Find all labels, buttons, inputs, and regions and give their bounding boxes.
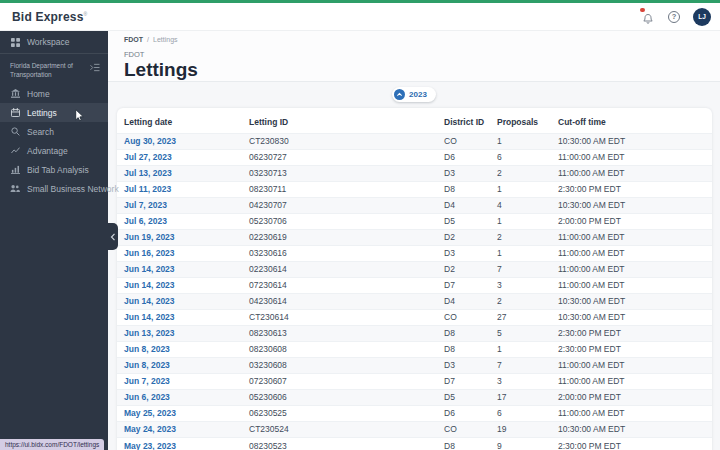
letting-date-link[interactable]: May 25, 2023	[124, 408, 176, 418]
cutoff-time-cell: 11:00:00 AM EDT	[551, 245, 712, 261]
sidebar-item-workspace[interactable]: Workspace	[0, 31, 108, 53]
district-id-cell: D8	[437, 437, 490, 450]
letting-date-link[interactable]: Jun 6, 2023	[124, 392, 170, 402]
sidebar-item-lettings[interactable]: Lettings	[0, 103, 108, 122]
letting-date-cell: Jul 13, 2023	[117, 165, 242, 181]
district-id-cell: D7	[437, 277, 490, 293]
col-cutoff-time: Cut-off time	[551, 108, 712, 134]
letting-date-link[interactable]: Jun 7, 2023	[124, 376, 170, 386]
letting-date-link[interactable]: Jul 6, 2023	[124, 216, 167, 226]
breadcrumb-root-link[interactable]: FDOT	[124, 36, 143, 43]
help-button[interactable]: ?	[668, 11, 680, 23]
table-row: Jun 19, 2023 02230619 D2 2 11:00:00 AM E…	[117, 229, 712, 245]
table-row: Aug 30, 2023 CT230830 CO 1 10:30:00 AM E…	[117, 133, 712, 149]
avatar-initials: LJ	[698, 13, 706, 20]
notifications-button[interactable]	[643, 11, 655, 23]
letting-date-link[interactable]: Jul 13, 2023	[124, 168, 172, 178]
letting-date-link[interactable]: Jun 14, 2023	[124, 264, 175, 274]
letting-date-cell: Jun 6, 2023	[117, 389, 242, 405]
proposals-cell: 7	[490, 357, 551, 373]
letting-date-link[interactable]: Jul 11, 2023	[124, 184, 171, 194]
letting-date-link[interactable]: Jun 19, 2023	[124, 232, 175, 242]
letting-date-link[interactable]: Jun 16, 2023	[124, 248, 175, 258]
table-row: Jun 14, 2023 CT230614 CO 27 10:30:00 AM …	[117, 309, 712, 325]
org-menu-toggle-icon[interactable]	[90, 61, 100, 71]
sidebar-collapse-handle[interactable]	[108, 223, 118, 250]
proposals-cell: 17	[490, 389, 551, 405]
proposals-cell: 9	[490, 437, 551, 450]
link-preview-tooltip: https://ui.bidx.com/FDOT/lettings	[0, 439, 104, 450]
letting-id-cell: 06230727	[242, 149, 437, 165]
sidebar-item-search[interactable]: Search	[0, 122, 108, 141]
letting-date-link[interactable]: May 23, 2023	[124, 441, 176, 450]
proposals-cell: 1	[490, 181, 551, 197]
letting-date-link[interactable]: Jul 27, 2023	[124, 152, 172, 162]
people-icon	[10, 184, 20, 194]
sidebar-item-home[interactable]: Home	[0, 84, 108, 103]
user-avatar[interactable]: LJ	[693, 8, 711, 26]
col-district-id: District ID	[437, 108, 490, 134]
cutoff-time-cell: 10:30:00 AM EDT	[551, 197, 712, 213]
proposals-cell: 1	[490, 245, 551, 261]
letting-date-link[interactable]: Jun 14, 2023	[124, 280, 175, 290]
table-row: Jun 7, 2023 07230607 D7 3 11:00:00 AM ED…	[117, 373, 712, 389]
cutoff-time-cell: 2:30:00 PM EDT	[551, 341, 712, 357]
proposals-cell: 7	[490, 261, 551, 277]
cutoff-time-cell: 2:30:00 PM EDT	[551, 181, 712, 197]
sidebar-item-small-business-network[interactable]: Small Business Network	[0, 179, 108, 198]
letting-date-link[interactable]: Jun 14, 2023	[124, 296, 175, 306]
letting-id-cell: CT230524	[242, 421, 437, 437]
sidebar-item-advantage[interactable]: Advantage	[0, 141, 108, 160]
grid-icon	[10, 37, 20, 47]
col-proposals: Proposals	[490, 108, 551, 134]
cutoff-time-cell: 11:00:00 AM EDT	[551, 165, 712, 181]
bar-chart-icon	[10, 165, 20, 175]
sidebar-item-bid-tab-analysis[interactable]: Bid Tab Analysis	[0, 160, 108, 179]
col-letting-date: Letting date	[117, 108, 242, 134]
letting-date-cell: Jun 19, 2023	[117, 229, 242, 245]
sidebar-item-label: Home	[27, 89, 50, 99]
table-row: Jun 14, 2023 04230614 D4 2 10:30:00 AM E…	[117, 293, 712, 309]
cutoff-time-cell: 10:30:00 AM EDT	[551, 293, 712, 309]
letting-date-cell: Jul 27, 2023	[117, 149, 242, 165]
district-id-cell: D3	[437, 245, 490, 261]
year-filter-pill[interactable]: 2023	[392, 87, 436, 102]
page-header: FDOT / Lettings FDOT Lettings	[108, 31, 720, 82]
table-row: May 23, 2023 08230523 D8 9 2:30:00 PM ED…	[117, 437, 712, 450]
organization-block: Florida Department of Transportation	[0, 54, 108, 84]
letting-date-cell: May 25, 2023	[117, 405, 242, 421]
district-id-cell: D5	[437, 389, 490, 405]
cutoff-time-cell: 11:00:00 AM EDT	[551, 373, 712, 389]
cutoff-time-cell: 11:00:00 AM EDT	[551, 277, 712, 293]
letting-date-cell: Aug 30, 2023	[117, 133, 242, 149]
proposals-cell: 5	[490, 325, 551, 341]
letting-date-cell: Jul 6, 2023	[117, 213, 242, 229]
cutoff-time-cell: 10:30:00 AM EDT	[551, 309, 712, 325]
table-row: Jul 27, 2023 06230727 D6 6 11:00:00 AM E…	[117, 149, 712, 165]
letting-date-link[interactable]: Jun 14, 2023	[124, 312, 175, 322]
cutoff-time-cell: 2:30:00 PM EDT	[551, 325, 712, 341]
letting-id-cell: 08230608	[242, 341, 437, 357]
letting-date-link[interactable]: May 24, 2023	[124, 424, 176, 434]
home-icon	[10, 89, 20, 99]
proposals-cell: 1	[490, 341, 551, 357]
letting-date-link[interactable]: Jun 8, 2023	[124, 360, 170, 370]
letting-date-link[interactable]: Jun 13, 2023	[124, 328, 175, 338]
year-filter-label: 2023	[409, 90, 427, 99]
letting-date-cell: Jun 16, 2023	[117, 245, 242, 261]
letting-date-link[interactable]: Aug 30, 2023	[124, 136, 176, 146]
district-id-cell: D4	[437, 197, 490, 213]
proposals-cell: 3	[490, 277, 551, 293]
table-row: Jul 13, 2023 03230713 D3 2 11:00:00 AM E…	[117, 165, 712, 181]
table-row: Jul 6, 2023 05230706 D5 1 2:00:00 PM EDT	[117, 213, 712, 229]
letting-date-link[interactable]: Jun 8, 2023	[124, 344, 170, 354]
lettings-table-card: Letting date Letting ID District ID Prop…	[117, 108, 712, 450]
letting-date-link[interactable]: Jul 7, 2023	[124, 200, 167, 210]
letting-id-cell: CT230614	[242, 309, 437, 325]
letting-id-cell: 08230711	[242, 181, 437, 197]
district-id-cell: D6	[437, 405, 490, 421]
district-id-cell: CO	[437, 133, 490, 149]
letting-date-cell: Jun 13, 2023	[117, 325, 242, 341]
letting-id-cell: 03230616	[242, 245, 437, 261]
cutoff-time-cell: 2:00:00 PM EDT	[551, 213, 712, 229]
